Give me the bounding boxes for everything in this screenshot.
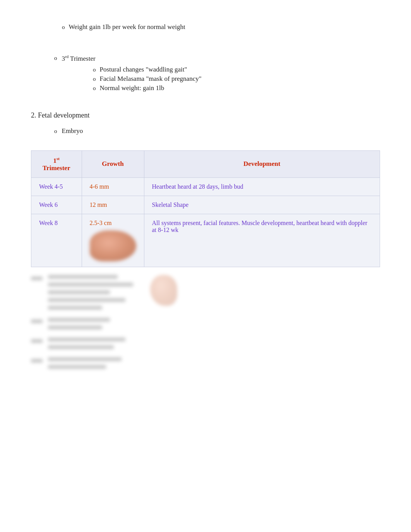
bullet-o-sub-2: o [93, 76, 96, 82]
bullet-o-embryo: o [54, 128, 57, 135]
table-cell-growth-2: 12 mm [82, 196, 144, 214]
table-header-development: Development [144, 150, 380, 178]
blurred-line [48, 283, 133, 286]
table-cell-week-1: Week 4-5 [31, 178, 82, 196]
third-trimester-item: o 3rd Trimester o Postural changes "wadd… [54, 54, 380, 92]
table-row: Week 4-5 4-6 mm Heartbeat heard at 28 da… [31, 178, 380, 196]
trimester-sub-item-3: o Normal weight: gain 1lb [93, 84, 380, 92]
blurred-line [48, 357, 122, 361]
third-trimester-label: 3rd Trimester [62, 54, 96, 63]
blurred-line [48, 318, 110, 322]
table-header-growth: Growth [82, 150, 144, 178]
trimester-section: o 3rd Trimester o Postural changes "wadd… [31, 54, 380, 92]
blurred-lower-section [31, 275, 380, 371]
blurred-entry-2 [31, 318, 380, 331]
blurred-line [48, 306, 102, 310]
bullet-o-sub: o [93, 66, 96, 73]
th-superscript: st [57, 156, 60, 161]
trimester-sub-text-2: Facial Melasama "mask of pregnancy" [100, 75, 202, 83]
blurred-line [48, 345, 114, 349]
blurred-lines [48, 275, 133, 312]
blurred-entry-4 [31, 357, 380, 371]
development-table: 1st Trimester Growth Development Week 4-… [31, 150, 380, 268]
table-cell-dev-2: Skeletal Shape [144, 196, 380, 214]
fetal-dev-label: Fetal development [38, 111, 89, 119]
blurred-lines-4 [48, 357, 122, 371]
weight-gain-text: Weight gain 1lb per week for normal weig… [69, 23, 185, 31]
bullet-o-sub-3: o [93, 85, 96, 92]
blurred-bullet-2 [31, 319, 43, 323]
table-row: Week 8 2.5-3 cm All systems present, fac… [31, 214, 380, 267]
blurred-lines-3 [48, 338, 125, 351]
fetal-dev-number: 2. [31, 111, 36, 119]
trimester-sub-text-3: Normal weight: gain 1lb [100, 84, 164, 92]
embryo-item: o Embryo [54, 127, 380, 135]
table-cell-week-2: Week 6 [31, 196, 82, 214]
blurred-entry-3 [31, 338, 380, 351]
growth-value-3: 2.5-3 cm [90, 220, 136, 227]
blurred-embryo-growth [90, 230, 136, 261]
blurred-line [48, 365, 106, 369]
bullet-o: o [62, 24, 65, 31]
embryo-label: Embryo [62, 127, 83, 135]
blurred-embryo-image [150, 275, 177, 306]
table-cell-dev-3: All systems present, facial features. Mu… [144, 214, 380, 267]
blurred-line [48, 298, 125, 302]
blurred-line [48, 275, 118, 279]
table-header-trimester: 1st Trimester [31, 150, 82, 178]
blurred-line [48, 290, 110, 294]
fetal-dev-title: 2. Fetal development [31, 111, 380, 119]
trimester-superscript: rd [65, 54, 68, 59]
blurred-line [48, 338, 125, 341]
blurred-line [48, 326, 102, 329]
blurred-bullet [31, 276, 43, 280]
trimester-sub-text-1: Postural changes "waddling gait" [100, 66, 187, 73]
weight-gain-item: o Weight gain 1lb per week for normal we… [62, 23, 380, 31]
table-cell-growth-3: 2.5-3 cm [82, 214, 144, 267]
blurred-lines-2 [48, 318, 110, 331]
fetal-development-section: 2. Fetal development o Embryo [31, 111, 380, 135]
trimester-sub-item-2: o Facial Melasama "mask of pregnancy" [93, 75, 380, 83]
table-cell-dev-1: Heartbeat heard at 28 days, limb bud [144, 178, 380, 196]
bullet-o-trimester: o [54, 55, 57, 61]
table-cell-growth-1: 4-6 mm [82, 178, 144, 196]
trimester-header: o 3rd Trimester [54, 54, 380, 63]
blurred-entry-1 [31, 275, 380, 312]
table-cell-week-3: Week 8 [31, 214, 82, 267]
trimester-sub-item-1: o Postural changes "waddling gait" [93, 66, 380, 73]
trimester-sub-list: o Postural changes "waddling gait" o Fac… [93, 66, 380, 92]
blurred-bullet-4 [31, 359, 43, 363]
table-row: Week 6 12 mm Skeletal Shape [31, 196, 380, 214]
blurred-bullet-3 [31, 339, 43, 343]
